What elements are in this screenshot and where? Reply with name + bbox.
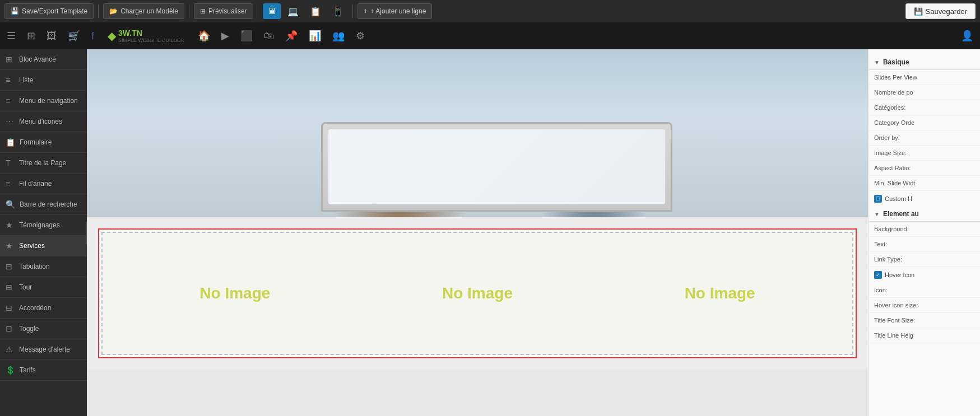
menu-icon[interactable]: ☰ <box>4 27 18 44</box>
team-icon[interactable]: 👥 <box>330 27 347 44</box>
sidebar-item-fil-ariane[interactable]: ≡ Fil d'ariane <box>0 174 87 194</box>
tabulation-icon: ⊟ <box>6 262 15 271</box>
background-label: Background: <box>874 226 909 232</box>
rp-order-by: Order by: <box>868 130 980 146</box>
user-icon[interactable]: 👤 <box>959 27 976 44</box>
sidebar-label-tabulation: Tabulation <box>19 263 50 270</box>
no-image-label-2: No Image <box>442 284 513 302</box>
grid-icon[interactable]: ⊞ <box>25 27 38 44</box>
chart-icon[interactable]: 📊 <box>306 27 323 44</box>
sidebar-item-formulaire[interactable]: 📋 Formulaire <box>0 132 87 153</box>
sidebar-label-fil: Fil d'ariane <box>19 180 52 188</box>
section-basique-header[interactable]: ▼ Basique <box>868 55 980 70</box>
logo-name: 3W.TN <box>118 29 184 38</box>
section-element-label: Element au <box>883 210 919 218</box>
rp-slides-per-view: Slides Per View <box>868 70 980 85</box>
image-size-label: Image Size: <box>874 149 907 156</box>
rp-min-slide-width: Min. Slide Widt <box>868 176 980 191</box>
logo-icon: ◆ <box>108 29 116 43</box>
sidebar-item-menu-icones[interactable]: ⋯ Menu d'icones <box>0 111 87 132</box>
title-line-height-label: Title Line Heig <box>874 332 913 339</box>
sidebar-item-tour[interactable]: ⊟ Tour <box>0 277 87 298</box>
sauvegarder-button[interactable]: 💾 Sauvegarder <box>905 3 976 19</box>
sidebar-item-titre-page[interactable]: T Titre de la Page <box>0 153 87 174</box>
cart-icon[interactable]: 🛒 <box>66 27 82 44</box>
menu-icones-icon: ⋯ <box>6 117 15 126</box>
element-arrow: ▼ <box>874 211 880 217</box>
sidebar-collapse-button[interactable]: ‹ <box>86 222 87 244</box>
pin-icon[interactable]: 📌 <box>283 27 300 44</box>
logo-area: ◆ 3W.TN SIMPLE WEBSITE BUILDER <box>108 29 184 43</box>
liste-icon: ≡ <box>6 76 15 85</box>
sidebar-item-liste[interactable]: ≡ Liste <box>0 70 87 91</box>
mobile-view-button[interactable]: 📱 <box>328 3 348 19</box>
rp-title-font-size: Title Font Size: <box>868 313 980 328</box>
sidebar-label-services: Services <box>19 242 45 250</box>
image-icon[interactable]: 🖼 <box>44 28 59 44</box>
content-area: No Image No Image No Image <box>87 217 868 370</box>
sep4 <box>352 4 353 18</box>
link-type-label: Link Type: <box>874 256 902 263</box>
sidebar-label-tarifs: Tarifs <box>20 366 36 374</box>
sidebar-item-bloc-avance[interactable]: ⊞ Bloc Avancé <box>0 49 87 70</box>
save-export-button[interactable]: 💾 Save/Export Template <box>4 3 94 19</box>
sidebar-label-accordeon: Accordéon <box>19 304 51 312</box>
rp-category-order: Category Orde <box>868 115 980 130</box>
alerte-icon: ⚠ <box>6 345 15 354</box>
settings-icon[interactable]: ⚙ <box>354 27 367 44</box>
sidebar-label-search: Barre de recherche <box>20 200 77 208</box>
sep3 <box>258 4 258 18</box>
video-icon[interactable]: ▶ <box>219 27 231 44</box>
save-export-label: Save/Export Template <box>22 7 87 15</box>
sep2 <box>189 4 189 18</box>
add-line-button[interactable]: + + Ajouter une ligne <box>357 3 433 19</box>
sidebar-item-accordeon[interactable]: ⊟ Accordéon <box>0 298 87 319</box>
hover-icon-check: ✓ <box>874 271 882 279</box>
hero-background <box>87 49 868 217</box>
rp-nombre-po: Nombre de po <box>868 85 980 100</box>
section-element-header[interactable]: ▼ Element au <box>868 207 980 222</box>
sidebar-item-menu-navigation[interactable]: ≡ Menu de navigation <box>0 91 87 111</box>
accordeon-icon: ⊟ <box>6 303 15 312</box>
sidebar-item-message-alerte[interactable]: ⚠ Message d'alerte <box>0 339 87 360</box>
laptop-view-button[interactable]: 💻 <box>283 3 303 19</box>
home-icon[interactable]: 🏠 <box>196 27 212 44</box>
search-icon: 🔍 <box>6 200 15 209</box>
rp-link-type: Link Type: <box>868 252 980 267</box>
sidebar-label-menu-icones: Menu d'icones <box>19 118 62 125</box>
sidebar-item-services[interactable]: ★ Services <box>0 236 87 256</box>
titre-icon: T <box>6 158 15 167</box>
previsualiser-button[interactable]: ⊞ Prévisualiser <box>194 3 253 19</box>
category-order-label: Category Orde <box>874 119 914 126</box>
facebook-icon[interactable]: f <box>89 28 96 44</box>
second-toolbar: ☰ ⊞ 🖼 🛒 f ◆ 3W.TN SIMPLE WEBSITE BUILDER… <box>0 22 980 49</box>
rp-icon: Icon: <box>868 283 980 298</box>
text-label: Text: <box>874 241 887 247</box>
charger-button[interactable]: 📂 Charger un Modèle <box>103 3 184 19</box>
block-icon[interactable]: ⬛ <box>238 27 255 44</box>
charger-icon: 📂 <box>109 7 118 15</box>
order-by-label: Order by: <box>874 134 900 141</box>
shop-icon[interactable]: 🛍 <box>262 28 276 44</box>
basique-arrow: ▼ <box>874 59 880 66</box>
sidebar-label-tour: Tour <box>19 283 32 291</box>
aspect-ratio-label: Aspect Ratio: <box>874 165 911 171</box>
icon-label: Icon: <box>874 287 888 293</box>
rp-text: Text: <box>868 237 980 252</box>
rp-hover-icon-checkbox[interactable]: ✓ Hover Icon <box>868 267 980 283</box>
rp-custom-h-checkbox[interactable]: ☐ Custom H <box>868 191 980 207</box>
no-image-box-3: No Image <box>618 284 821 302</box>
services-icon: ★ <box>6 241 15 250</box>
sidebar-item-barre-recherche[interactable]: 🔍 Barre de recherche <box>0 194 87 215</box>
desktop-view-button[interactable]: 🖥 <box>263 3 281 19</box>
sidebar-item-toggle[interactable]: ⊟ Toggle <box>0 319 87 339</box>
sidebar-label-bloc-avance: Bloc Avancé <box>19 55 56 63</box>
dashed-container: No Image No Image No Image <box>98 228 857 358</box>
sidebar-item-tarifs[interactable]: 💲 Tarifs <box>0 360 87 381</box>
tarifs-icon: 💲 <box>6 366 15 375</box>
tablet-view-button[interactable]: 📋 <box>305 3 326 19</box>
no-image-box-1: No Image <box>133 284 337 302</box>
main-layout: ⊞ Bloc Avancé ≡ Liste ≡ Menu de navigati… <box>0 49 980 416</box>
sidebar-item-temoignages[interactable]: ★ Témoignages <box>0 215 87 236</box>
sidebar-item-tabulation[interactable]: ⊟ Tabulation <box>0 256 87 277</box>
